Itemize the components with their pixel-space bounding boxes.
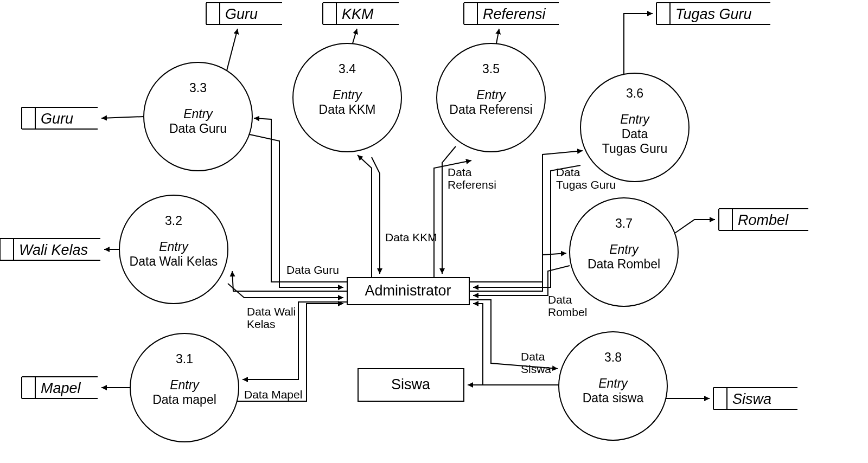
p36-label1: Data (622, 127, 648, 141)
arrow-p36-to-store-tugas (624, 14, 653, 75)
p31-entry: Entry (170, 378, 200, 392)
p33-entry: Entry (183, 107, 213, 121)
store-guru-top: Guru (206, 3, 282, 24)
p34-label: Data KKM (319, 102, 376, 117)
store-kkm: KKM (323, 3, 399, 24)
p38-label: Data siswa (583, 391, 644, 405)
process-3-5: 3.5 Entry Data Referensi (437, 43, 545, 152)
flow-ref-l1: Data (448, 166, 472, 178)
arrow-p35-to-store-ref (496, 29, 499, 43)
process-3-2: 3.2 Entry Data Wali Kelas (119, 195, 228, 304)
p36-label2: Tugas Guru (602, 142, 668, 156)
store-guru-left-label: Guru (41, 111, 73, 127)
p37-entry: Entry (609, 242, 639, 256)
store-rombel-label: Rombel (738, 212, 789, 228)
p34-entry: Entry (333, 88, 362, 102)
p36-entry: Entry (620, 112, 650, 126)
process-3-8: 3.8 Entry Data siswa (559, 332, 667, 440)
store-guru-left: Guru (22, 107, 98, 129)
p32-entry: Entry (159, 240, 189, 254)
flow-tugas-l2: Tugas Guru (556, 178, 616, 191)
arrow-p34-to-admin (372, 157, 380, 274)
entity-siswa: Siswa (358, 369, 464, 401)
flow-mapel-label: Data Mapel (244, 388, 302, 401)
store-siswa: Siswa (713, 388, 797, 409)
p34-num: 3.4 (339, 62, 356, 76)
p33-num: 3.3 (189, 81, 207, 95)
store-tugas-label: Tugas Guru (675, 6, 752, 22)
store-mapel-label: Mapel (41, 380, 81, 396)
p35-entry: Entry (476, 88, 506, 102)
arrow-admin-to-p34 (358, 155, 372, 278)
p36-num: 3.6 (626, 86, 643, 100)
p38-num: 3.8 (604, 350, 622, 364)
p31-num: 3.1 (176, 352, 193, 366)
store-guru-top-label: Guru (225, 6, 258, 22)
store-referensi: Referensi (464, 3, 559, 24)
process-3-7: 3.7 Entry Data Rombel (570, 198, 678, 306)
arrow-admin-to-p37 (469, 253, 566, 291)
p32-label: Data Wali Kelas (130, 254, 218, 268)
process-3-3: 3.3 Entry Data Guru (144, 62, 252, 171)
dfd-diagram: Administrator Siswa 3.1 Entry Data mapel… (0, 0, 868, 463)
p35-label: Data Referensi (449, 102, 532, 117)
arrow-p34-to-store-kkm (353, 29, 357, 43)
flow-siswa-l1: Data (521, 350, 545, 363)
p32-num: 3.2 (165, 214, 182, 228)
p31-label: Data mapel (152, 393, 216, 407)
flow-rombel-l2: Rombel (548, 306, 587, 318)
process-3-6: 3.6 Entry Data Tugas Guru (580, 73, 689, 182)
entity-administrator: Administrator (347, 278, 469, 305)
arrow-p37-to-store-rombel (675, 220, 715, 233)
p37-label: Data Rombel (588, 257, 660, 271)
flow-wali-l2: Kelas (247, 318, 276, 330)
siswa-label: Siswa (391, 376, 431, 393)
p33-label: Data Guru (169, 121, 227, 136)
administrator-label: Administrator (365, 282, 451, 299)
store-wali-kelas: Wali Kelas (0, 239, 100, 260)
p38-entry: Entry (598, 376, 628, 390)
store-siswa-label: Siswa (732, 391, 771, 407)
process-3-4: 3.4 Entry Data KKM (293, 43, 401, 152)
flow-kkm-label: Data KKM (385, 231, 437, 243)
store-mapel: Mapel (22, 377, 98, 398)
flow-tugas-l1: Data (556, 166, 580, 178)
store-wali-label: Wali Kelas (19, 242, 88, 258)
store-rombel: Rombel (719, 209, 808, 230)
arrow-p33-to-store-guru-left (101, 117, 144, 118)
store-tugas-guru: Tugas Guru (656, 3, 770, 24)
flow-ref-l2: Referensi (448, 178, 496, 191)
flow-siswa-l2: Siswa (521, 363, 551, 375)
process-3-1: 3.1 Entry Data mapel (130, 333, 239, 442)
flow-guru-label: Data Guru (286, 263, 339, 276)
arrow-p33-to-store-guru-top (227, 29, 238, 70)
p37-num: 3.7 (615, 216, 633, 230)
flow-wali-l1: Data Wali (247, 305, 296, 318)
p35-num: 3.5 (482, 62, 500, 76)
flow-rombel-l1: Data (548, 293, 572, 306)
store-kkm-label: KKM (342, 6, 374, 22)
store-ref-label: Referensi (483, 6, 546, 22)
